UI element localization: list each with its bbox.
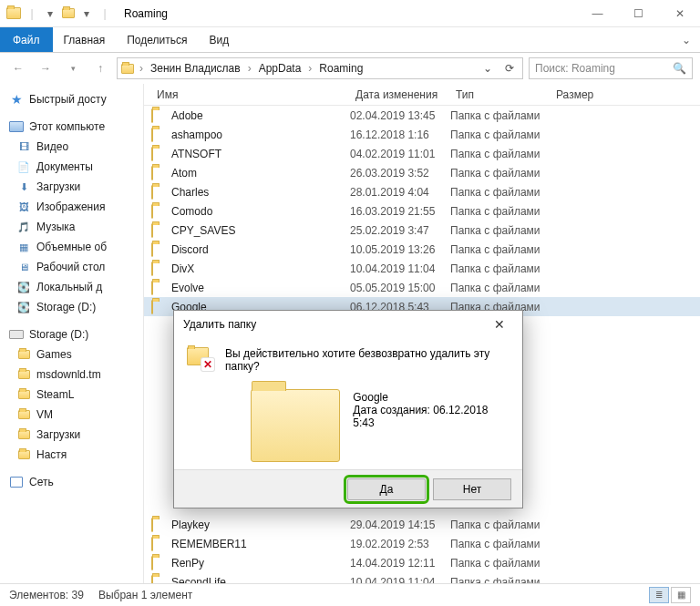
tab-home[interactable]: Главная bbox=[53, 27, 117, 52]
sidebar-item-icon: 🎵 bbox=[16, 220, 31, 234]
nav-up-button[interactable]: ↑ bbox=[89, 57, 111, 79]
col-date[interactable]: Дата изменения bbox=[350, 88, 450, 101]
file-type: Папка с файлами bbox=[450, 109, 551, 122]
file-name: Comodo bbox=[171, 205, 212, 218]
table-row[interactable]: DivX10.04.2019 11:04Папка с файлами bbox=[144, 259, 700, 278]
file-type: Папка с файлами bbox=[450, 148, 551, 160]
sidebar-storage-header[interactable]: Storage (D:) bbox=[0, 324, 143, 344]
breadcrumb-item[interactable]: Roaming bbox=[317, 62, 365, 75]
sidebar-item[interactable]: 💽Storage (D:) bbox=[0, 297, 143, 317]
minimize-button[interactable]: — bbox=[577, 0, 618, 27]
file-type: Папка с файлами bbox=[450, 282, 551, 294]
table-row[interactable]: Comodo16.03.2019 21:55Папка с файлами bbox=[144, 201, 700, 221]
search-input[interactable]: Поиск: Roaming 🔍 bbox=[529, 57, 693, 79]
view-details-button[interactable]: ≣ bbox=[649, 587, 669, 603]
sidebar-item-label: Быстрый досту bbox=[29, 93, 107, 106]
folder-icon bbox=[151, 167, 166, 179]
table-row[interactable]: REMEMBER1119.02.2019 2:53Папка с файлами bbox=[144, 534, 700, 553]
file-name: Atom bbox=[171, 167, 197, 180]
maximize-button[interactable]: ☐ bbox=[618, 0, 659, 27]
sidebar-network[interactable]: Сеть bbox=[0, 472, 143, 492]
folder-icon bbox=[151, 128, 166, 140]
address-dropdown-icon[interactable]: ⌄ bbox=[479, 62, 497, 75]
file-type: Папка с файлами bbox=[450, 557, 551, 570]
table-row[interactable]: Atom26.03.2019 3:52Папка с файлами bbox=[144, 163, 700, 182]
sidebar-item[interactable]: 🖥Рабочий стол bbox=[0, 257, 143, 277]
tab-file[interactable]: Файл bbox=[0, 27, 53, 52]
folder-icon bbox=[16, 447, 31, 462]
sidebar-item[interactable]: msdownld.tm bbox=[0, 365, 143, 385]
address-bar[interactable]: › Зенин Владислав › AppData › Roaming ⌄ … bbox=[117, 57, 523, 79]
sidebar-item[interactable]: ▦Объемные об bbox=[0, 237, 143, 257]
qat-dropdown-icon[interactable]: ▾ bbox=[42, 5, 58, 22]
file-date: 05.05.2019 15:00 bbox=[350, 282, 450, 294]
sidebar-item[interactable]: 🎞Видео bbox=[0, 137, 143, 157]
breadcrumb-item[interactable]: Зенин Владислав bbox=[149, 62, 242, 75]
nav-recent-icon[interactable]: ▾ bbox=[62, 57, 84, 79]
table-row[interactable]: Evolve05.05.2019 15:00Папка с файлами bbox=[144, 278, 700, 297]
tab-view[interactable]: Вид bbox=[198, 27, 240, 52]
sidebar-this-pc[interactable]: Этот компьюте bbox=[0, 117, 143, 137]
table-row[interactable]: ashampoo16.12.2018 1:16Папка с файлами bbox=[144, 125, 700, 144]
no-button[interactable]: Нет bbox=[433, 478, 511, 500]
dialog-close-button[interactable]: ✕ bbox=[486, 317, 513, 332]
col-type[interactable]: Тип bbox=[450, 88, 551, 101]
qat-overflow-icon[interactable]: ▾ bbox=[78, 5, 95, 22]
file-date: 26.03.2019 3:52 bbox=[350, 167, 450, 180]
breadcrumb-item[interactable]: AppData bbox=[257, 62, 304, 75]
sidebar-item-label: Загрузки bbox=[36, 180, 80, 193]
sidebar-item[interactable]: 📄Документы bbox=[0, 157, 143, 177]
sidebar-item-label: VM bbox=[36, 408, 53, 421]
table-row[interactable]: Discord10.05.2019 13:26Папка с файлами bbox=[144, 240, 700, 259]
sidebar-item[interactable]: Настя bbox=[0, 445, 143, 465]
view-thumbnails-button[interactable]: ▦ bbox=[671, 587, 691, 603]
qat-properties-icon[interactable] bbox=[60, 5, 77, 22]
status-count: Элементов: 39 bbox=[9, 589, 84, 601]
sidebar-item-label: Настя bbox=[36, 448, 67, 461]
sidebar-item[interactable]: SteamL bbox=[0, 385, 143, 405]
table-row[interactable]: CPY_SAVES25.02.2019 3:47Папка с файлами bbox=[144, 221, 700, 240]
folder-icon bbox=[151, 557, 166, 569]
col-name[interactable]: Имя bbox=[151, 88, 350, 101]
sidebar-quick-access[interactable]: ★ Быстрый досту bbox=[0, 89, 143, 109]
sidebar-item[interactable]: 🎵Музыка bbox=[0, 217, 143, 237]
sidebar-item-label: msdownld.tm bbox=[36, 368, 101, 381]
nav-back-button[interactable]: ← bbox=[7, 57, 29, 79]
table-row[interactable]: ATNSOFT04.02.2019 11:01Папка с файлами bbox=[144, 144, 700, 163]
sidebar-item[interactable]: Загрузки bbox=[0, 425, 143, 445]
file-name: CPY_SAVES bbox=[171, 224, 235, 237]
sidebar-item-icon: 💽 bbox=[16, 300, 31, 314]
sidebar-item-label: SteamL bbox=[36, 388, 74, 401]
table-row[interactable]: Playkey29.04.2019 14:15Папка с файлами bbox=[144, 515, 700, 534]
ribbon-expand-icon[interactable]: ⌄ bbox=[673, 27, 700, 52]
address-folder-icon bbox=[121, 64, 134, 74]
table-row[interactable]: SecondLife10.04.2019 11:04Папка с файлам… bbox=[144, 572, 700, 583]
titlebar: | ▾ ▾ | Roaming — ☐ ✕ bbox=[0, 0, 700, 27]
folder-icon bbox=[16, 387, 31, 402]
file-date: 16.12.2018 1:16 bbox=[350, 128, 450, 141]
sidebar-item-label: Музыка bbox=[36, 221, 75, 233]
sidebar-item[interactable]: 💽Локальный д bbox=[0, 277, 143, 297]
folder-icon bbox=[16, 407, 31, 422]
breadcrumb-sep: › bbox=[306, 62, 314, 75]
sidebar-item[interactable]: 🖼Изображения bbox=[0, 197, 143, 217]
folder-icon bbox=[151, 109, 166, 121]
sidebar-item-label: Storage (D:) bbox=[29, 328, 88, 341]
file-type: Папка с файлами bbox=[450, 538, 551, 550]
navigation-sidebar: ★ Быстрый досту Этот компьюте 🎞Видео📄Док… bbox=[0, 84, 144, 583]
sidebar-item[interactable]: Games bbox=[0, 344, 143, 365]
refresh-icon[interactable]: ⟳ bbox=[500, 62, 519, 75]
sidebar-item[interactable]: VM bbox=[0, 405, 143, 425]
tab-share[interactable]: Поделиться bbox=[116, 27, 198, 52]
table-row[interactable]: Adobe02.04.2019 13:45Папка с файлами bbox=[144, 106, 700, 125]
close-button[interactable]: ✕ bbox=[659, 0, 700, 27]
nav-forward-button[interactable]: → bbox=[35, 57, 57, 79]
col-size[interactable]: Размер bbox=[551, 88, 623, 101]
sidebar-item[interactable]: ⬇Загрузки bbox=[0, 177, 143, 197]
folder-app-icon bbox=[5, 5, 22, 22]
sidebar-item-icon: 📄 bbox=[16, 159, 31, 174]
file-name: Discord bbox=[171, 243, 209, 256]
table-row[interactable]: RenPy14.04.2019 12:11Папка с файлами bbox=[144, 553, 700, 572]
yes-button[interactable]: Да bbox=[347, 478, 426, 500]
table-row[interactable]: Charles28.01.2019 4:04Папка с файлами bbox=[144, 182, 700, 201]
